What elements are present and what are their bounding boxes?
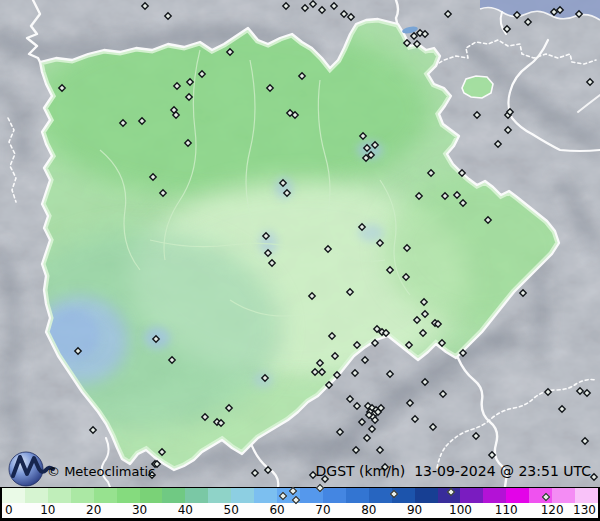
- colorbar-cell: [140, 488, 163, 503]
- colorbar: [2, 488, 598, 503]
- colorbar-tick-label: 120: [541, 503, 564, 518]
- map-image: [0, 0, 600, 487]
- colorbar-tick-label: 100: [449, 503, 472, 518]
- colorbar-cell: [254, 488, 277, 503]
- colorbar-cell: [208, 488, 231, 503]
- colorbar-cell: [575, 488, 598, 503]
- color-scale: 0102030405060708090100110120130: [0, 487, 600, 521]
- colorbar-tick-label: 50: [224, 503, 239, 518]
- texture-overlay: [0, 0, 600, 487]
- colorbar-cell: [323, 488, 346, 503]
- colorbar-tick-label: 70: [315, 503, 330, 518]
- colorbar-tick-label: 0: [5, 503, 13, 518]
- colorbar-cell: [162, 488, 185, 503]
- colorbar-tick-label: 10: [40, 503, 55, 518]
- colorbar-cell: [71, 488, 94, 503]
- weather-map-screenshot: © Meteoclimatic DGST (km/h) 13-09-2024 @…: [0, 0, 600, 521]
- colorbar-ticks: 0102030405060708090100110120130: [2, 503, 598, 518]
- colorbar-cell: [231, 488, 254, 503]
- colorbar-cell: [483, 488, 506, 503]
- colorbar-cell: [2, 488, 25, 503]
- colorbar-cell: [415, 488, 438, 503]
- copyright-label: © Meteoclimatic: [47, 464, 155, 479]
- colorbar-tick-label: 130: [573, 503, 596, 518]
- colorbar-tick-label: 90: [407, 503, 422, 518]
- colorbar-cell: [460, 488, 483, 503]
- colorbar-cell: [25, 488, 48, 503]
- colorbar-cell: [117, 488, 140, 503]
- colorbar-cell: [185, 488, 208, 503]
- colorbar-tick-label: 80: [361, 503, 376, 518]
- colorbar-tick-label: 60: [269, 503, 284, 518]
- colorbar-cell: [94, 488, 117, 503]
- colorbar-cell: [506, 488, 529, 503]
- colorbar-cell: [346, 488, 369, 503]
- colorbar-cell: [369, 488, 392, 503]
- colorbar-tick-label: 110: [495, 503, 518, 518]
- colorbar-tick-label: 40: [178, 503, 193, 518]
- colorbar-cell: [48, 488, 71, 503]
- colorbar-tick-label: 30: [132, 503, 147, 518]
- caption-label: DGST (km/h) 13-09-2024 @ 23:51 UTC: [316, 463, 592, 479]
- colorbar-cell: [552, 488, 575, 503]
- colorbar-tick-label: 20: [86, 503, 101, 518]
